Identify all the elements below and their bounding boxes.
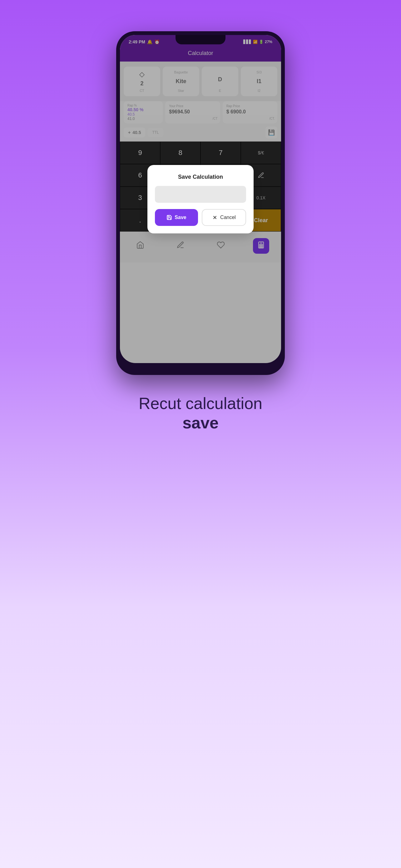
bottom-text: Recut calculation save xyxy=(139,394,262,433)
save-calculation-modal: Save Calculation Save xyxy=(147,165,254,234)
modal-title: Save Calculation xyxy=(155,174,246,180)
modal-save-label: Save xyxy=(175,215,186,220)
footer-line2: save xyxy=(139,413,262,432)
modal-name-input[interactable] xyxy=(155,186,246,203)
modal-cancel-button[interactable]: Cancel xyxy=(202,209,246,226)
modal-save-button[interactable]: Save xyxy=(155,209,198,226)
phone-screen: 2:49 PM 🔔 ⏰ ▋▋▋ 📶 🔋 27% Calculator xyxy=(120,35,281,363)
modal-cancel-label: Cancel xyxy=(220,215,236,220)
modal-overlay: Save Calculation Save xyxy=(120,35,281,363)
phone-frame: 2:49 PM 🔔 ⏰ ▋▋▋ 📶 🔋 27% Calculator xyxy=(116,31,285,375)
modal-buttons: Save Cancel xyxy=(155,209,246,226)
footer-line1: Recut calculation xyxy=(139,394,262,413)
